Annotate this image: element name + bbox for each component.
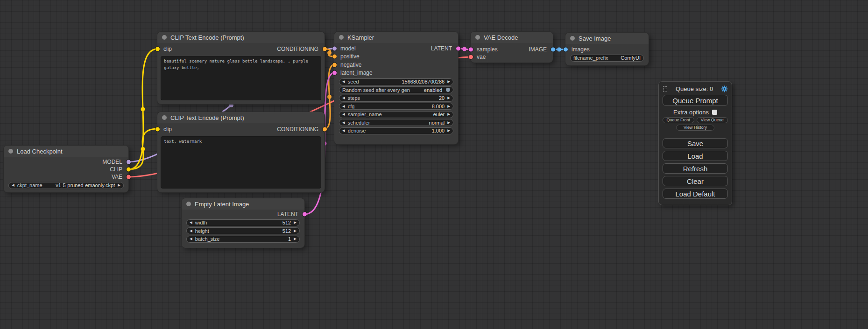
node-load-checkpoint-titlebar[interactable]: Load Checkpoint xyxy=(4,146,128,157)
clear-button[interactable]: Clear xyxy=(663,176,728,186)
output-label-conditioning: CONDITIONING xyxy=(277,46,318,52)
widget-random-seed-toggle[interactable]: Random seed after every gen enabled xyxy=(339,86,453,93)
node-clip-negative-titlebar[interactable]: CLIP Text Encode (Prompt) xyxy=(157,112,325,123)
settings-gear-icon[interactable] xyxy=(721,85,728,92)
arrow-left-icon[interactable]: ◀ xyxy=(342,80,345,84)
widget-seed[interactable]: ◀ seed 156680208700286 ▶ xyxy=(339,78,453,85)
widget-denoise[interactable]: ◀ denoise 1.000 ▶ xyxy=(339,127,453,134)
output-slot-conditioning[interactable] xyxy=(323,47,327,51)
negative-prompt-textarea[interactable]: text, watermark xyxy=(161,136,321,189)
input-slot-model[interactable] xyxy=(332,46,337,50)
node-empty-latent-image[interactable]: Empty Latent Image LATENT ◀ width 512 ▶ … xyxy=(182,198,304,248)
node-graph-canvas[interactable]: Load Checkpoint MODEL CLIP VAE ◀ ckpt_na… xyxy=(0,0,868,329)
arrow-left-icon[interactable]: ◀ xyxy=(190,237,192,241)
widget-sampler-name[interactable]: ◀ sampler_name euler ▶ xyxy=(339,111,453,118)
output-slot-row-clip: CLIP xyxy=(4,166,128,173)
view-history-button[interactable]: View History xyxy=(676,125,714,131)
widget-ckpt-name-value: v1-5-pruned-emaonly.ckpt xyxy=(56,182,115,188)
output-slot-vae[interactable] xyxy=(127,175,131,179)
slot-row-positive: positive xyxy=(334,53,458,61)
output-slot-latent[interactable] xyxy=(456,46,460,50)
collapse-dot-icon[interactable] xyxy=(162,115,167,120)
input-slot-negative[interactable] xyxy=(332,63,337,67)
collapse-dot-icon[interactable] xyxy=(339,35,344,40)
arrow-left-icon[interactable]: ◀ xyxy=(342,129,345,133)
queue-front-button[interactable]: Queue Front xyxy=(663,117,694,123)
arrow-right-icon[interactable]: ▶ xyxy=(447,112,450,116)
widget-steps-value: 20 xyxy=(439,95,445,101)
arrow-right-icon[interactable]: ▶ xyxy=(294,221,296,224)
input-slot-images[interactable] xyxy=(564,48,568,52)
arrow-left-icon[interactable]: ◀ xyxy=(190,229,192,233)
arrow-right-icon[interactable]: ▶ xyxy=(294,229,296,233)
widget-height[interactable]: ◀ height 512 ▶ xyxy=(186,227,300,234)
queue-size-label: Queue size: 0 xyxy=(668,85,721,92)
node-ksampler-titlebar[interactable]: KSampler xyxy=(334,32,458,43)
widget-ckpt-name[interactable]: ◀ ckpt_name v1-5-pruned-emaonly.ckpt ▶ xyxy=(8,182,124,189)
arrow-right-icon[interactable]: ▶ xyxy=(447,121,450,125)
widget-cfg-value: 8.000 xyxy=(432,104,445,109)
arrow-right-icon[interactable]: ▶ xyxy=(447,80,450,84)
output-slot-image[interactable] xyxy=(551,48,555,52)
queue-prompt-button[interactable]: Queue Prompt xyxy=(663,95,728,106)
view-queue-button[interactable]: View Queue xyxy=(697,117,728,123)
input-slot-vae[interactable] xyxy=(469,55,473,59)
arrow-left-icon[interactable]: ◀ xyxy=(342,121,345,125)
save-button[interactable]: Save xyxy=(663,138,728,148)
node-vae-decode-titlebar[interactable]: VAE Decode xyxy=(471,32,553,43)
node-save-image-titlebar[interactable]: Save Image xyxy=(565,33,649,44)
collapse-dot-icon[interactable] xyxy=(186,202,191,206)
widget-filename-prefix[interactable]: filename_prefix ComfyUI xyxy=(570,55,644,62)
output-slot-conditioning[interactable] xyxy=(323,127,327,132)
input-slot-positive[interactable] xyxy=(332,55,337,59)
arrow-right-icon[interactable]: ▶ xyxy=(294,237,296,241)
refresh-button[interactable]: Refresh xyxy=(663,163,728,174)
node-empty-latent-titlebar[interactable]: Empty Latent Image xyxy=(182,198,304,210)
drag-handle-icon[interactable] xyxy=(663,85,668,92)
output-label-latent: LATENT xyxy=(431,45,452,52)
widget-width[interactable]: ◀ width 512 ▶ xyxy=(186,219,300,226)
slot-row-images: images xyxy=(565,46,649,53)
collapse-dot-icon[interactable] xyxy=(162,35,167,40)
node-load-checkpoint[interactable]: Load Checkpoint MODEL CLIP VAE ◀ ckpt_na… xyxy=(4,146,128,192)
input-slot-latent-image[interactable] xyxy=(332,71,337,75)
collapse-dot-icon[interactable] xyxy=(8,149,13,154)
node-save-image[interactable]: Save Image images filename_prefix ComfyU… xyxy=(565,33,649,65)
positive-prompt-textarea[interactable]: beautiful scenery nature glass bottle la… xyxy=(161,56,321,100)
arrow-left-icon[interactable]: ◀ xyxy=(190,221,192,224)
input-slot-clip[interactable] xyxy=(155,47,160,51)
node-vae-decode[interactable]: VAE Decode samples IMAGE vae xyxy=(471,32,553,63)
widget-batch-size-label: batch_size xyxy=(195,236,220,242)
extra-options-checkbox[interactable] xyxy=(712,110,717,115)
widget-steps[interactable]: ◀ steps 20 ▶ xyxy=(339,95,453,102)
load-default-button[interactable]: Load Default xyxy=(663,189,728,199)
node-ksampler[interactable]: KSampler model LATENT positive negative … xyxy=(334,32,458,144)
arrow-left-icon[interactable]: ◀ xyxy=(342,112,345,116)
widget-cfg[interactable]: ◀ cfg 8.000 ▶ xyxy=(339,103,453,110)
input-label-clip: clip xyxy=(163,126,172,133)
input-slot-clip[interactable] xyxy=(155,127,160,132)
load-button[interactable]: Load xyxy=(663,151,728,161)
output-slot-clip[interactable] xyxy=(127,168,131,172)
arrow-right-icon[interactable]: ▶ xyxy=(447,96,450,100)
widget-scheduler[interactable]: ◀ scheduler normal ▶ xyxy=(339,119,453,126)
arrow-right-icon[interactable]: ▶ xyxy=(447,105,450,108)
input-slot-samples[interactable] xyxy=(469,48,473,52)
collapse-dot-icon[interactable] xyxy=(570,36,575,41)
node-clip-text-encode-positive[interactable]: CLIP Text Encode (Prompt) clip CONDITION… xyxy=(157,32,325,104)
node-clip-positive-titlebar[interactable]: CLIP Text Encode (Prompt) xyxy=(157,32,325,43)
arrow-left-icon[interactable]: ◀ xyxy=(12,183,14,187)
node-clip-text-encode-negative[interactable]: CLIP Text Encode (Prompt) clip CONDITION… xyxy=(157,112,325,192)
toggle-on-icon[interactable] xyxy=(446,88,450,92)
arrow-left-icon[interactable]: ◀ xyxy=(342,96,345,100)
arrow-right-icon[interactable]: ▶ xyxy=(118,183,120,187)
slot-row: clip CONDITIONING xyxy=(157,123,325,135)
comfy-menu[interactable]: Queue size: 0 Queue Prompt Extra options xyxy=(658,81,732,205)
output-slot-latent[interactable] xyxy=(303,212,307,217)
output-slot-model[interactable] xyxy=(127,160,131,164)
input-label-latent-image: latent_image xyxy=(340,70,373,76)
widget-batch-size[interactable]: ◀ batch_size 1 ▶ xyxy=(186,236,300,243)
collapse-dot-icon[interactable] xyxy=(475,35,480,40)
arrow-right-icon[interactable]: ▶ xyxy=(447,129,450,133)
arrow-left-icon[interactable]: ◀ xyxy=(342,105,345,108)
